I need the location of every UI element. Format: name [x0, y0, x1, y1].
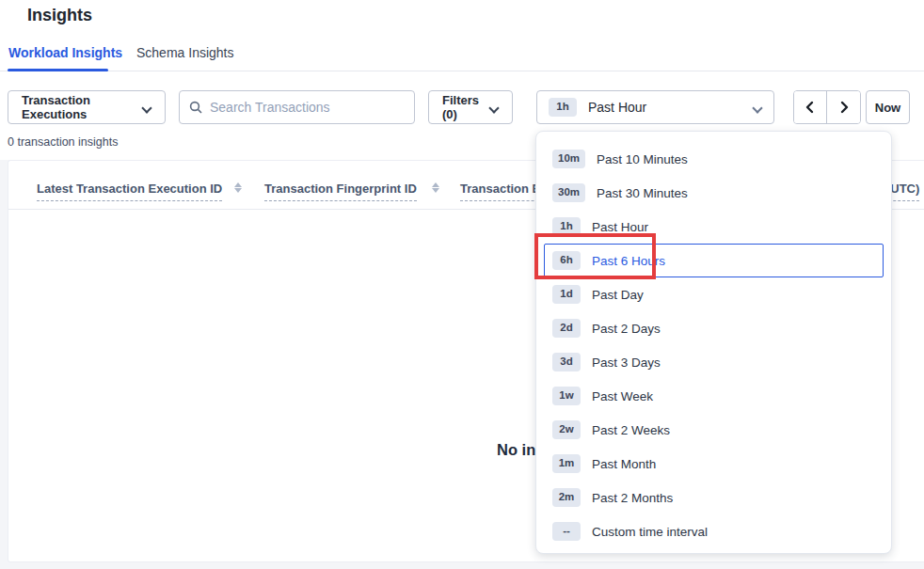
time-option[interactable]: 2m Past 2 Months: [544, 481, 884, 514]
time-interval-label: Past Hour: [588, 100, 741, 115]
time-option-label: Past 10 Minutes: [597, 152, 688, 166]
tab-workload-insights[interactable]: Workload Insights: [8, 45, 122, 60]
now-button[interactable]: Now: [866, 90, 910, 124]
time-option[interactable]: 2d Past 2 Days: [544, 311, 884, 345]
next-interval-button[interactable]: [827, 91, 860, 123]
search-box[interactable]: [179, 90, 415, 124]
search-input[interactable]: [210, 100, 405, 115]
time-option-label: Past 3 Days: [592, 356, 661, 370]
transaction-type-label: Transaction Executions: [22, 93, 135, 121]
time-interval-select[interactable]: 1h Past Hour: [536, 90, 774, 124]
time-option-label: Past Month: [592, 457, 656, 471]
time-option-badge: 2m: [552, 488, 581, 507]
time-option[interactable]: 1d Past Day: [544, 277, 884, 311]
sort-icon[interactable]: [431, 182, 440, 197]
previous-interval-button[interactable]: [794, 91, 827, 123]
filters-label: Filters (0): [442, 93, 482, 121]
time-option-badge: 10m: [552, 150, 585, 168]
time-option[interactable]: -- Custom time interval: [544, 514, 884, 548]
time-option-badge: 3d: [552, 353, 581, 371]
time-option-label: Past 2 Days: [592, 322, 661, 336]
time-option[interactable]: 6h Past 6 Hours: [544, 244, 884, 277]
time-option-badge: 1w: [552, 387, 581, 405]
search-icon: [189, 101, 202, 114]
active-tab-underline: [8, 69, 108, 71]
time-option-label: Past 6 Hours: [592, 254, 665, 268]
time-option-badge: 1h: [552, 217, 581, 236]
column-header-transaction-fingerprint-id[interactable]: Transaction Fingerprint ID: [264, 182, 417, 201]
sort-icon[interactable]: [233, 182, 243, 197]
time-option[interactable]: 10m Past 10 Minutes: [544, 142, 884, 176]
insights-count: 0 transaction insights: [8, 135, 118, 149]
time-option[interactable]: 2w Past 2 Weeks: [544, 413, 884, 447]
chevron-down-icon: [753, 103, 762, 112]
time-option-badge: 2d: [552, 319, 581, 338]
time-interval-badge: 1h: [549, 98, 577, 117]
tab-bar: Workload Insights Schema Insights: [0, 71, 924, 71]
page-title: Insights: [27, 6, 92, 25]
time-option[interactable]: 30m Past 30 Minutes: [544, 176, 884, 210]
time-option-badge: 1m: [552, 454, 581, 473]
time-option-label: Past 2 Weeks: [592, 423, 670, 437]
time-interval-dropdown: 10m Past 10 Minutes 30m Past 30 Minutes …: [535, 131, 892, 554]
time-option-label: Past 2 Months: [592, 491, 673, 505]
time-option[interactable]: 1h Past Hour: [544, 210, 884, 244]
chevron-down-icon: [489, 103, 499, 112]
time-option-label: Past Day: [592, 288, 644, 302]
time-option-badge: --: [552, 522, 581, 541]
time-option[interactable]: 3d Past 3 Days: [544, 345, 884, 379]
time-option-label: Past 30 Minutes: [597, 186, 688, 200]
transaction-type-select[interactable]: Transaction Executions: [8, 90, 166, 124]
time-option[interactable]: 1w Past Week: [544, 379, 884, 413]
column-header-latest-transaction-execution-id[interactable]: Latest Transaction Execution ID: [37, 182, 222, 201]
tab-schema-insights[interactable]: Schema Insights: [136, 45, 234, 60]
filters-button[interactable]: Filters (0): [428, 90, 513, 124]
time-option-badge: 2w: [552, 420, 581, 439]
chevron-down-icon: [142, 103, 151, 112]
time-option-badge: 1d: [552, 285, 581, 304]
time-option-badge: 6h: [552, 251, 581, 270]
time-option-label: Custom time interval: [592, 525, 708, 539]
time-option-badge: 30m: [552, 183, 585, 202]
time-nav-arrows: [793, 90, 861, 124]
time-option-label: Past Hour: [592, 220, 648, 234]
time-option[interactable]: 1m Past Month: [544, 447, 884, 481]
time-option-label: Past Week: [592, 389, 653, 403]
